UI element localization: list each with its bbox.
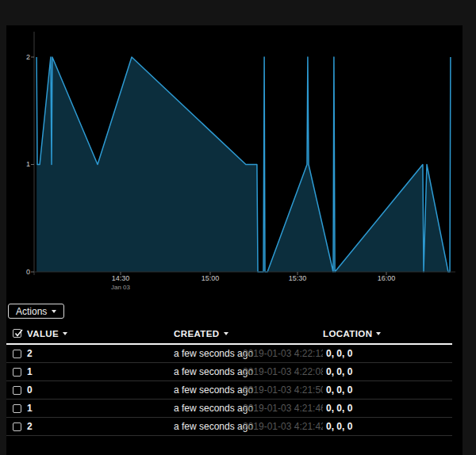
cell-created-relative: a few seconds ago: [174, 384, 237, 396]
y-axis-tick-label: 1: [6, 159, 30, 169]
sort-caret-icon: [224, 332, 228, 335]
cell-created-relative: a few seconds ago: [174, 366, 237, 377]
x-axis-tick-label: 15:30: [289, 274, 307, 282]
cell-location: 0, 0, 0: [323, 384, 452, 396]
select-all-checkbox[interactable]: [13, 329, 21, 338]
cell-location: 0, 0, 0: [323, 421, 452, 432]
chart-svg: [6, 25, 463, 299]
table-row: 2 a few seconds ago 2019-01-03 4:22:12 p…: [6, 345, 452, 363]
cell-location: 0, 0, 0: [323, 348, 452, 359]
cell-created-relative: a few seconds ago: [174, 403, 237, 414]
x-axis-tick-label: 14:30: [112, 274, 130, 282]
cell-created-absolute: 2019-01-03 4:21:50 p…: [237, 384, 323, 396]
column-header-value-label: VALUE: [27, 329, 59, 338]
cell-created-absolute: 2019-01-03 4:22:08 …: [237, 366, 323, 377]
x-axis-tick-label: 16:00: [378, 274, 396, 282]
cell-value: 1: [27, 403, 174, 414]
cell-location: 0, 0, 0: [323, 403, 452, 414]
row-checkbox[interactable]: [13, 368, 21, 377]
cell-created-relative: a few seconds ago: [174, 421, 237, 432]
x-axis-date-sublabel: Jan 03: [111, 284, 130, 291]
row-checkbox[interactable]: [13, 422, 21, 431]
column-header-location-label: LOCATION: [323, 329, 372, 338]
chart-area-fill: [36, 57, 451, 272]
table-row: 2 a few seconds ago 2019-01-03 4:21:42 p…: [6, 418, 452, 436]
row-checkbox[interactable]: [13, 386, 21, 395]
cell-created-relative: a few seconds ago: [174, 348, 237, 359]
row-checkbox[interactable]: [13, 404, 21, 413]
dashboard-panel: 2 1 0 14:30 15:00 15:30 16:00 Jan 03 Act…: [6, 25, 463, 455]
check-icon: [13, 328, 24, 338]
table-body: 2 a few seconds ago 2019-01-03 4:22:12 p…: [6, 345, 452, 436]
table-header-row: VALUE CREATED LOCATION: [6, 323, 452, 343]
actions-dropdown-button[interactable]: Actions: [8, 304, 64, 319]
y-axis-tick-label: 0: [6, 267, 30, 277]
sort-caret-icon: [376, 332, 381, 335]
actions-button-label: Actions: [16, 306, 47, 317]
cell-created-absolute: 2019-01-03 4:22:12 p…: [237, 348, 323, 359]
table-row: 1 a few seconds ago 2019-01-03 4:22:08 ……: [6, 363, 452, 381]
cell-value: 2: [27, 421, 174, 432]
column-header-value[interactable]: VALUE: [27, 329, 174, 338]
table-row: 1 a few seconds ago 2019-01-03 4:21:46 p…: [6, 400, 452, 418]
value-timeseries-chart: 2 1 0 14:30 15:00 15:30 16:00 Jan 03: [6, 25, 463, 299]
cell-value: 2: [27, 348, 174, 359]
cell-location: 0, 0, 0: [323, 366, 452, 377]
x-axis-tick-label: 15:00: [202, 274, 220, 282]
cell-value: 1: [27, 366, 174, 377]
row-checkbox[interactable]: [13, 350, 21, 358]
cell-value: 0: [27, 384, 174, 396]
cell-created-absolute: 2019-01-03 4:21:42 p…: [237, 421, 323, 432]
column-header-created-label: CREATED: [174, 329, 220, 338]
records-table: VALUE CREATED LOCATION 2 a few seconds a…: [6, 323, 452, 436]
sort-caret-icon: [63, 332, 67, 335]
table-row: 0 a few seconds ago 2019-01-03 4:21:50 p…: [6, 381, 452, 400]
column-header-location[interactable]: LOCATION: [323, 329, 452, 338]
chevron-down-icon: [52, 310, 56, 313]
column-header-created[interactable]: CREATED: [174, 329, 323, 338]
cell-created-absolute: 2019-01-03 4:21:46 p…: [237, 403, 323, 414]
y-axis-tick-label: 2: [6, 52, 30, 62]
